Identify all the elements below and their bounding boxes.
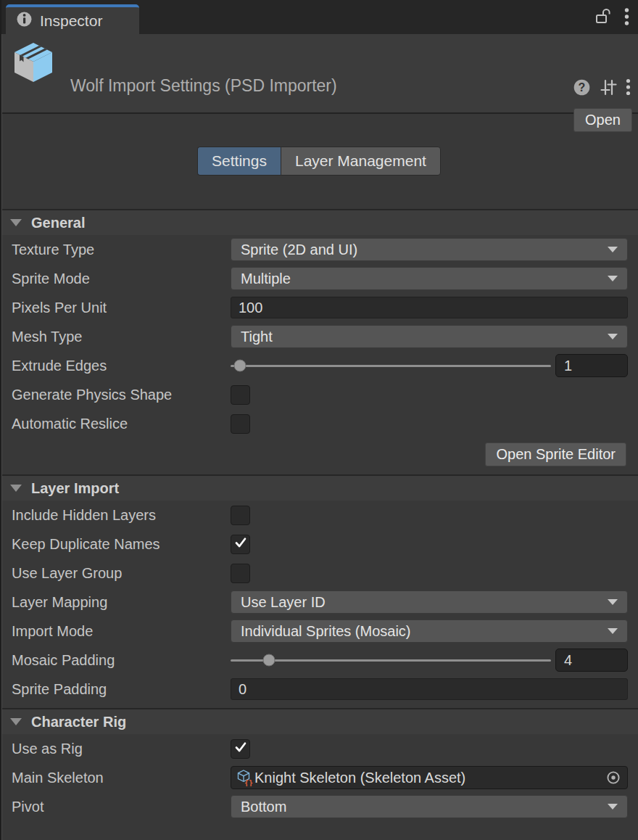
- row-field: {}Knight Skeleton (Skeleton Asset): [231, 766, 628, 789]
- row-texture-type: Texture TypeSprite (2D and UI): [0, 235, 638, 264]
- row-main-skeleton: Main Skeleton{}Knight Skeleton (Skeleton…: [0, 763, 638, 792]
- psd-package-icon: [9, 39, 57, 90]
- layer-mapping-dropdown[interactable]: Use Layer ID: [231, 590, 628, 614]
- use-as-rig-checkbox[interactable]: [231, 739, 250, 759]
- generate-physics-shape-checkbox[interactable]: [231, 385, 250, 405]
- mosaic-padding-slider: 4: [231, 648, 628, 672]
- row-label: Include Hidden Layers: [12, 507, 231, 524]
- row-import-mode: Import ModeIndividual Sprites (Mosaic): [0, 617, 638, 646]
- inspector-tab-label: Inspector: [40, 12, 102, 30]
- row-extrude-edges: Extrude Edges1: [0, 351, 638, 380]
- row-mesh-type: Mesh TypeTight: [0, 322, 638, 351]
- mosaic-padding-value-field[interactable]: 4: [555, 648, 628, 672]
- open-sprite-editor-button[interactable]: Open Sprite Editor: [485, 442, 626, 466]
- check-icon: [233, 535, 248, 553]
- include-hidden-layers-checkbox[interactable]: [231, 506, 250, 525]
- texture-type-dropdown[interactable]: Sprite (2D and UI): [231, 238, 628, 261]
- section-header-character-rig[interactable]: Character Rig: [0, 709, 638, 734]
- inspector-header: Wolf Import Settings (PSD Importer) ? Op…: [0, 34, 638, 114]
- dropdown-value: Tight: [241, 329, 608, 345]
- section-general: GeneralTexture TypeSprite (2D and UI)Spr…: [0, 209, 638, 474]
- row-keep-duplicate-names: Keep Duplicate Names: [0, 530, 638, 559]
- row-label: Pivot: [12, 799, 231, 815]
- view-tab-group: Settings Layer Management: [0, 147, 638, 176]
- row-pixels-per-unit: Pixels Per Unit100: [0, 293, 638, 322]
- row-sprite-mode: Sprite ModeMultiple: [0, 264, 638, 293]
- row-label: Mosaic Padding: [12, 652, 231, 669]
- tab-settings[interactable]: Settings: [197, 147, 281, 176]
- row-label: Layer Mapping: [12, 594, 231, 611]
- kebab-menu-icon[interactable]: [626, 78, 631, 99]
- window-tab-bar: Inspector: [0, 0, 638, 34]
- pivot-dropdown[interactable]: Bottom: [231, 795, 628, 818]
- dropdown-value: Multiple: [241, 271, 608, 287]
- object-value: Knight Skeleton (Skeleton Asset): [254, 770, 601, 786]
- row-field: 0: [231, 678, 628, 700]
- sprite-mode-dropdown[interactable]: Multiple: [231, 267, 628, 290]
- row-field: [231, 739, 628, 759]
- extrude-edges-slider: 1: [231, 354, 628, 377]
- row-label: Sprite Padding: [12, 681, 231, 698]
- row-field: [231, 414, 628, 434]
- row-label: Main Skeleton: [12, 770, 231, 786]
- svg-text:?: ?: [579, 81, 586, 94]
- row-label: Extrude Edges: [12, 358, 231, 374]
- check-icon: [233, 740, 248, 757]
- kebab-menu-icon[interactable]: [624, 7, 629, 30]
- row-label: Use Layer Group: [12, 565, 231, 582]
- unlock-icon[interactable]: [594, 7, 613, 30]
- chevron-down-icon: [608, 804, 618, 810]
- help-icon[interactable]: ?: [573, 78, 591, 99]
- presets-icon[interactable]: [599, 78, 618, 99]
- row-field: Bottom: [231, 795, 628, 818]
- chevron-down-icon: [608, 628, 618, 634]
- automatic-reslice-checkbox[interactable]: [231, 414, 250, 434]
- row-field: [231, 535, 628, 554]
- object-picker-icon[interactable]: [601, 769, 626, 786]
- section-title: Layer Import: [31, 480, 119, 497]
- row-field: 100: [231, 297, 628, 318]
- dropdown-value: Bottom: [241, 799, 608, 815]
- svg-text:{}: {}: [244, 779, 253, 786]
- info-icon: [16, 11, 33, 30]
- section-layer-import: Layer ImportInclude Hidden LayersKeep Du…: [0, 474, 638, 708]
- import-mode-dropdown[interactable]: Individual Sprites (Mosaic): [231, 619, 628, 643]
- inspector-tab[interactable]: Inspector: [6, 4, 139, 34]
- row-field: Tight: [231, 325, 628, 348]
- row-use-layer-group: Use Layer Group: [0, 559, 638, 588]
- use-layer-group-checkbox[interactable]: [231, 564, 250, 583]
- row-label: Pixels Per Unit: [12, 300, 231, 316]
- section-header-general[interactable]: General: [0, 210, 638, 235]
- extrude-edges-value-field[interactable]: 1: [555, 354, 628, 377]
- row-include-hidden-layers: Include Hidden Layers: [0, 501, 638, 530]
- slider-track[interactable]: [231, 659, 551, 662]
- row-sprite-padding: Sprite Padding0: [0, 675, 638, 704]
- row-field: 4: [231, 648, 628, 672]
- row-mosaic-padding: Mosaic Padding4: [0, 646, 638, 675]
- tab-layer-management[interactable]: Layer Management: [281, 147, 441, 176]
- asset-title: Wolf Import Settings (PSD Importer): [70, 76, 337, 96]
- mesh-type-dropdown[interactable]: Tight: [231, 325, 628, 348]
- pixels-per-unit-field[interactable]: 100: [231, 297, 628, 318]
- row-label: Mesh Type: [12, 329, 231, 345]
- foldout-arrow-icon: [10, 718, 22, 725]
- dropdown-value: Individual Sprites (Mosaic): [241, 623, 608, 640]
- row-field: [231, 506, 628, 525]
- sprite-padding-field[interactable]: 0: [231, 678, 628, 700]
- main-skeleton-object-field[interactable]: {}Knight Skeleton (Skeleton Asset): [231, 766, 628, 789]
- inspector-sections: GeneralTexture TypeSprite (2D and UI)Spr…: [0, 209, 638, 825]
- row-field: Use Layer ID: [231, 590, 628, 614]
- keep-duplicate-names-checkbox[interactable]: [231, 535, 250, 554]
- slider-handle[interactable]: [234, 360, 246, 372]
- slider-track[interactable]: [231, 365, 551, 367]
- section-header-layer-import[interactable]: Layer Import: [0, 476, 638, 501]
- row-field: Multiple: [231, 267, 628, 290]
- row-field: Individual Sprites (Mosaic): [231, 619, 628, 643]
- row-generate-physics-shape: Generate Physics Shape: [0, 380, 638, 409]
- row-label: Import Mode: [12, 623, 231, 640]
- row-field: [231, 385, 628, 405]
- open-button[interactable]: Open: [573, 108, 632, 132]
- slider-handle[interactable]: [263, 654, 276, 667]
- section-character-rig: Character RigUse as RigMain Skeleton{}Kn…: [0, 708, 638, 825]
- row-field: 1: [231, 354, 628, 377]
